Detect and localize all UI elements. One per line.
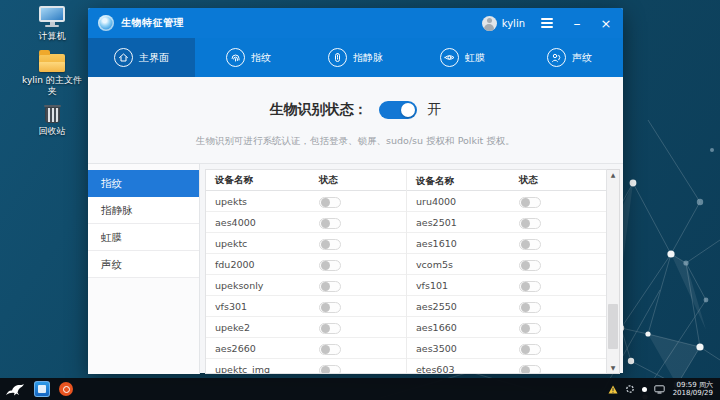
kylin-logo-icon xyxy=(5,382,25,397)
device-table: 设备名称 状态 设备名称 状态 upekts uru4000 aes xyxy=(205,169,607,374)
folder-icon xyxy=(39,54,65,72)
device-name: upekts xyxy=(206,196,310,207)
device-name: aes1610 xyxy=(406,233,510,254)
device-toggle[interactable] xyxy=(319,281,341,292)
device-toggle[interactable] xyxy=(519,197,541,208)
status-label: 生物识别状态： xyxy=(270,101,368,119)
device-toggle[interactable] xyxy=(319,239,341,250)
notification-icon[interactable] xyxy=(642,387,647,392)
taskbar-software-center[interactable] xyxy=(59,382,73,396)
tab-finger-vein[interactable]: 指静脉 xyxy=(302,38,409,77)
table-row: fdu2000 vcom5s xyxy=(206,254,606,275)
window-title: 生物特征管理 xyxy=(121,16,184,30)
start-menu-button[interactable] xyxy=(5,380,27,398)
device-name: vfs101 xyxy=(406,275,510,296)
device-toggle[interactable] xyxy=(519,239,541,250)
device-name: upektc xyxy=(206,238,310,249)
tab-label: 指静脉 xyxy=(353,51,383,65)
device-toggle[interactable] xyxy=(319,260,341,271)
sidebar-item-voiceprint[interactable]: 声纹 xyxy=(88,251,199,278)
device-name: aes2660 xyxy=(206,343,310,354)
display-icon[interactable] xyxy=(654,385,665,394)
table-header-row: 设备名称 状态 设备名称 状态 xyxy=(206,170,606,191)
device-toggle[interactable] xyxy=(519,323,541,334)
tab-fingerprint[interactable]: 指纹 xyxy=(195,38,302,77)
col-header-status: 状态 xyxy=(310,174,406,187)
iris-icon xyxy=(440,48,459,67)
desktop-icon-home-folder[interactable]: kylin 的主文件夹 xyxy=(16,49,88,97)
device-toggle[interactable] xyxy=(319,218,341,229)
device-toggle[interactable] xyxy=(319,302,341,313)
warning-icon[interactable] xyxy=(608,385,618,394)
finger-vein-icon xyxy=(328,48,347,67)
device-name: vfs301 xyxy=(206,301,310,312)
trash-icon xyxy=(45,107,60,123)
status-value: 开 xyxy=(428,101,442,119)
main-content: 生物识别状态： 开 生物识别可进行系统认证，包括登录、锁屏、sudo/su 授权… xyxy=(88,77,623,373)
biometric-type-list: 指纹 指静脉 虹膜 声纹 xyxy=(88,164,200,374)
table-row: aes2660 aes3500 xyxy=(206,338,606,359)
device-toggle[interactable] xyxy=(519,218,541,229)
sidebar-item-iris[interactable]: 虹膜 xyxy=(88,224,199,251)
tab-main[interactable]: 主界面 xyxy=(88,38,195,77)
tab-iris[interactable]: 虹膜 xyxy=(409,38,516,77)
device-name: aes1660 xyxy=(406,317,510,338)
app-window-icon xyxy=(38,385,46,393)
device-name: upeke2 xyxy=(206,322,310,333)
titlebar[interactable]: 生物特征管理 kylin – × xyxy=(88,8,623,38)
taskbar-app-biometric[interactable] xyxy=(34,381,50,397)
tab-label: 主界面 xyxy=(139,51,169,65)
tab-voiceprint[interactable]: 声纹 xyxy=(516,38,623,77)
sidebar-item-finger-vein[interactable]: 指静脉 xyxy=(88,197,199,224)
scroll-up-icon[interactable]: ▲ xyxy=(607,170,619,180)
table-row: upeksonly vfs101 xyxy=(206,275,606,296)
device-name: uru4000 xyxy=(406,191,510,212)
col-header-status: 状态 xyxy=(510,174,606,187)
device-toggle[interactable] xyxy=(319,344,341,355)
scroll-down-icon[interactable]: ▼ xyxy=(607,363,619,373)
clock-date: 2018/09/29 xyxy=(673,389,713,398)
device-name: aes3500 xyxy=(406,338,510,359)
taskbar: 09:59 周六 2018/09/29 xyxy=(0,378,720,400)
device-name: aes2501 xyxy=(406,212,510,233)
biometric-toggle[interactable] xyxy=(379,101,417,119)
scrollbar-thumb[interactable] xyxy=(608,304,618,349)
device-toggle[interactable] xyxy=(519,281,541,292)
clock[interactable]: 09:59 周六 2018/09/29 xyxy=(673,381,713,398)
table-row: aes4000 aes2501 xyxy=(206,212,606,233)
close-button[interactable]: × xyxy=(599,17,613,30)
device-name: etes603 xyxy=(406,359,510,374)
device-toggle[interactable] xyxy=(519,344,541,355)
device-toggle[interactable] xyxy=(519,365,541,375)
status-description: 生物识别可进行系统认证，包括登录、锁屏、sudo/su 授权和 Polkit 授… xyxy=(88,135,623,148)
input-method-icon[interactable] xyxy=(625,384,635,394)
desktop-icon-recycle-bin[interactable]: 回收站 xyxy=(16,104,88,137)
voiceprint-icon xyxy=(547,48,566,67)
desktop-icon-label: kylin 的主文件夹 xyxy=(19,75,85,97)
menu-icon[interactable] xyxy=(541,18,553,28)
user-avatar[interactable] xyxy=(482,16,497,31)
system-tray xyxy=(608,384,665,394)
computer-icon xyxy=(39,6,65,28)
tab-bar: 主界面 指纹 指静脉 虹膜 xyxy=(88,38,623,77)
desktop-icon-label: 计算机 xyxy=(19,31,85,42)
col-header-device-name: 设备名称 xyxy=(206,174,310,187)
desktop-icons: 计算机 kylin 的主文件夹 回收站 xyxy=(16,6,88,137)
device-toggle[interactable] xyxy=(319,197,341,208)
device-toggle[interactable] xyxy=(319,365,341,375)
desktop-background: 计算机 kylin 的主文件夹 回收站 生物特征管理 kylin – × xyxy=(0,0,720,400)
desktop-icon-computer[interactable]: 计算机 xyxy=(16,6,88,42)
table-row: upekts uru4000 xyxy=(206,191,606,212)
minimize-button[interactable]: – xyxy=(570,17,584,30)
device-toggle[interactable] xyxy=(519,260,541,271)
tab-label: 声纹 xyxy=(572,51,592,65)
device-name: aes4000 xyxy=(206,217,310,228)
device-toggle[interactable] xyxy=(319,323,341,334)
table-row: vfs301 aes2550 xyxy=(206,296,606,317)
tab-label: 指纹 xyxy=(251,51,271,65)
fingerprint-icon xyxy=(226,48,245,67)
vertical-scrollbar[interactable]: ▲ ▼ xyxy=(607,169,620,374)
device-toggle[interactable] xyxy=(519,302,541,313)
sidebar-item-fingerprint[interactable]: 指纹 xyxy=(88,170,199,197)
table-row: upeke2 aes1660 xyxy=(206,317,606,338)
